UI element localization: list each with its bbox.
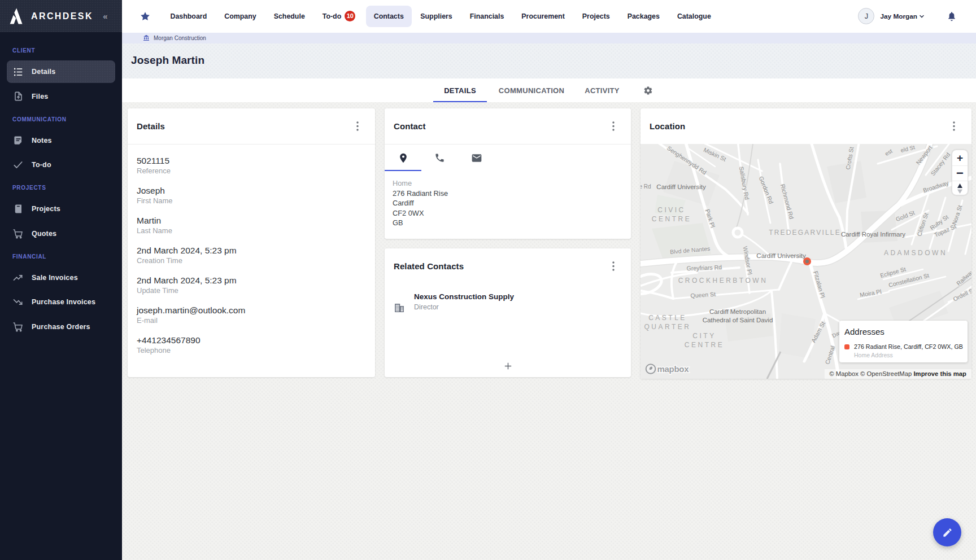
svg-text:TREDEGARVILLE: TREDEGARVILLE [769, 229, 841, 237]
svg-text:CIVIC: CIVIC [657, 206, 686, 214]
svg-text:Cardiff University: Cardiff University [756, 252, 806, 259]
svg-text:CITY: CITY [692, 332, 716, 340]
svg-text:CENTRE: CENTRE [685, 341, 724, 349]
svg-text:CENTRE: CENTRE [652, 215, 691, 223]
svg-text:Greyfriars Rd: Greyfriars Rd [686, 264, 722, 272]
svg-text:mapbox: mapbox [657, 364, 690, 374]
svg-text:QUARTER: QUARTER [644, 323, 691, 331]
svg-text:Cardiff University: Cardiff University [656, 183, 706, 190]
svg-text:Cathedral of Saint David: Cathedral of Saint David [703, 317, 773, 323]
svg-text:Cardiff Metropolitan: Cardiff Metropolitan [709, 308, 766, 315]
svg-text:CROCKHERBTOWN: CROCKHERBTOWN [678, 277, 768, 285]
svg-text:e Rd: e Rd [640, 183, 651, 190]
svg-text:Cardiff Royal Infirmary: Cardiff Royal Infirmary [841, 231, 905, 238]
svg-text:CASTLE: CASTLE [648, 314, 687, 322]
svg-text:ADAMSDOWN: ADAMSDOWN [884, 249, 947, 257]
